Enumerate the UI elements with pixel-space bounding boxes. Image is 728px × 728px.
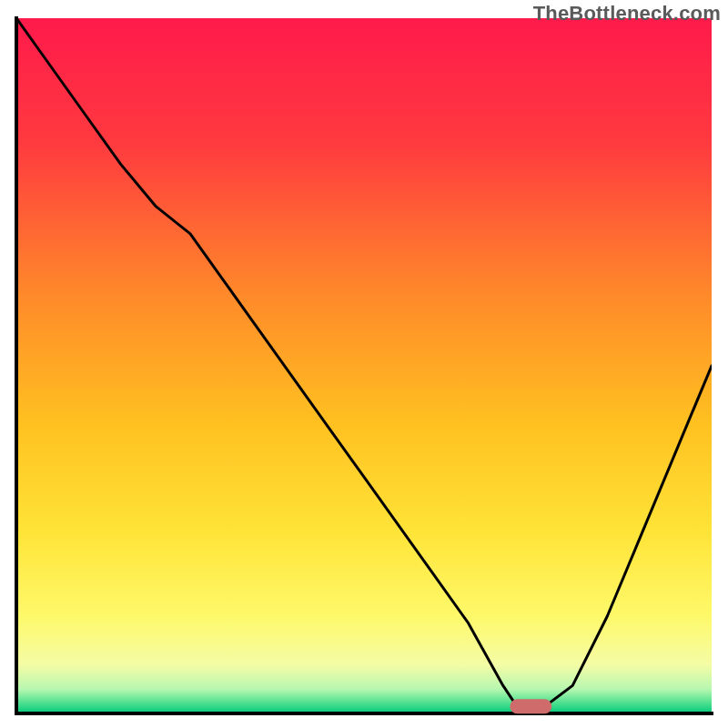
chart-canvas — [0, 0, 728, 728]
plot-background — [16, 18, 712, 713]
optimal-marker — [510, 699, 551, 713]
watermark-text: TheBottleneck.com — [533, 2, 721, 25]
bottleneck-chart: TheBottleneck.com — [0, 0, 728, 728]
